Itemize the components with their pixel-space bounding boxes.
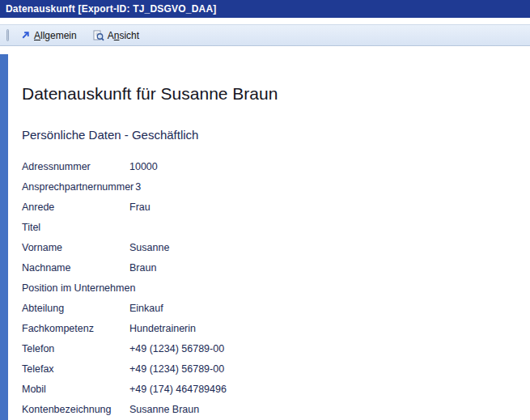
field-row: Telefon +49 (1234) 56789-00 [22, 338, 514, 358]
document-page: Datenauskunft für Susanne Braun Persönli… [8, 54, 530, 420]
field-label: Adressnummer [22, 161, 129, 172]
field-label: Telefon [22, 343, 129, 354]
field-label: Fachkompetenz [22, 323, 129, 334]
fields-list: Adressnummer 10000 Ansprechpartnernummer… [22, 156, 514, 419]
field-row: Ansprechpartnernummer 3 [22, 176, 514, 197]
title-bar[interactable]: Datenauskunft [Export-ID: TJ_DSGVO_DAA] [0, 0, 530, 18]
field-value: Susanne [129, 242, 514, 253]
field-label: Abteilung [22, 303, 129, 314]
field-row: Position im Unternehmen [22, 278, 514, 298]
field-row: Titel [22, 217, 514, 237]
left-accent-strip [0, 54, 8, 420]
toolbar-gap-top [0, 18, 530, 24]
field-row: Adressnummer 10000 [22, 156, 514, 176]
field-row: Telefax +49 (1234) 56789-00 [22, 358, 514, 379]
field-row: Kontenbezeichnung Susanne Braun [22, 399, 514, 419]
field-label: Mobil [22, 384, 129, 395]
field-value: Frau [129, 202, 514, 213]
field-label: Anrede [22, 202, 129, 213]
field-value: +49 (1234) 56789-00 [129, 363, 514, 375]
window-title: Datenauskunft [Export-ID: TJ_DSGVO_DAA] [6, 3, 217, 15]
field-row: Abteilung Einkauf [22, 298, 514, 318]
field-row: Nachname Braun [22, 257, 514, 278]
toolbar-button-label: Allgemein [34, 30, 77, 41]
content-viewport[interactable]: Datenauskunft für Susanne Braun Persönli… [0, 54, 530, 420]
section-title: Persönliche Daten - Geschäftlich [22, 126, 514, 143]
arrow-up-right-icon [19, 30, 31, 41]
field-row: Fachkompetenz Hundetrainerin [22, 318, 514, 338]
field-row: Anrede Frau [22, 197, 514, 217]
field-value: +49 (174) 464789496 [129, 384, 514, 395]
field-value: 3 [135, 181, 514, 193]
toolbar-button-allgemein[interactable]: Allgemein [14, 28, 83, 44]
field-label: Titel [22, 222, 129, 233]
toolbar: Allgemein Ansicht [0, 24, 530, 46]
toolbar-button-ansicht[interactable]: Ansicht [87, 28, 145, 44]
field-label: Ansprechpartnernummer [22, 181, 135, 193]
field-label: Telefax [22, 363, 129, 375]
field-value: Hundetrainerin [129, 323, 514, 334]
magnifier-icon [93, 30, 104, 41]
field-value: Susanne Braun [129, 404, 514, 415]
field-value: 10000 [129, 161, 514, 172]
field-label: Nachname [22, 262, 129, 274]
page-title: Datenauskunft für Susanne Braun [22, 82, 514, 105]
field-row: Mobil +49 (174) 464789496 [22, 379, 514, 399]
field-value: Einkauf [129, 303, 514, 314]
field-value: +49 (1234) 56789-00 [129, 343, 514, 354]
field-row: Vorname Susanne [22, 237, 514, 257]
field-label: Position im Unternehmen [22, 282, 137, 294]
toolbar-gap-bottom [0, 46, 530, 54]
toolbar-button-label: Ansicht [108, 30, 139, 41]
toolbar-grip[interactable] [6, 29, 9, 41]
field-value: Braun [129, 262, 514, 274]
application-window: Datenauskunft [Export-ID: TJ_DSGVO_DAA] … [0, 0, 530, 420]
field-label: Kontenbezeichnung [22, 404, 129, 415]
field-label: Vorname [22, 242, 129, 253]
